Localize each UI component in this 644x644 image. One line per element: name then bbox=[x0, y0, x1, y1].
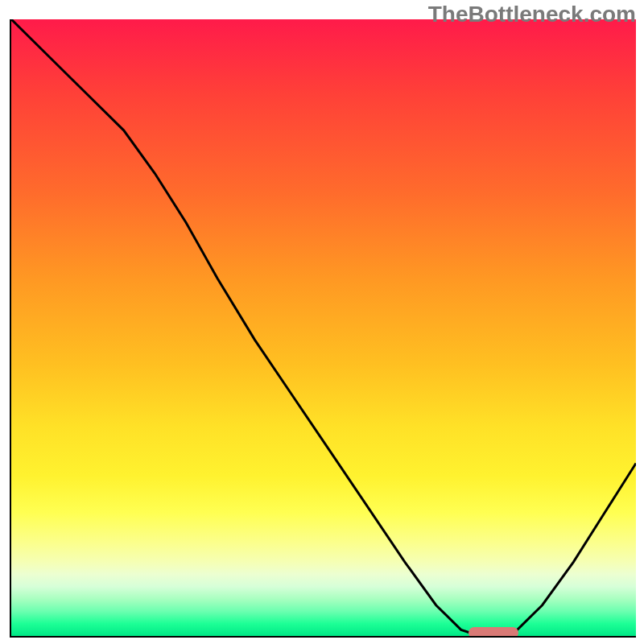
watermark-text: TheBottleneck.com bbox=[428, 2, 636, 27]
optimal-range-marker bbox=[469, 627, 518, 638]
chart-plot-area bbox=[10, 19, 636, 638]
bottleneck-curve bbox=[11, 19, 636, 636]
